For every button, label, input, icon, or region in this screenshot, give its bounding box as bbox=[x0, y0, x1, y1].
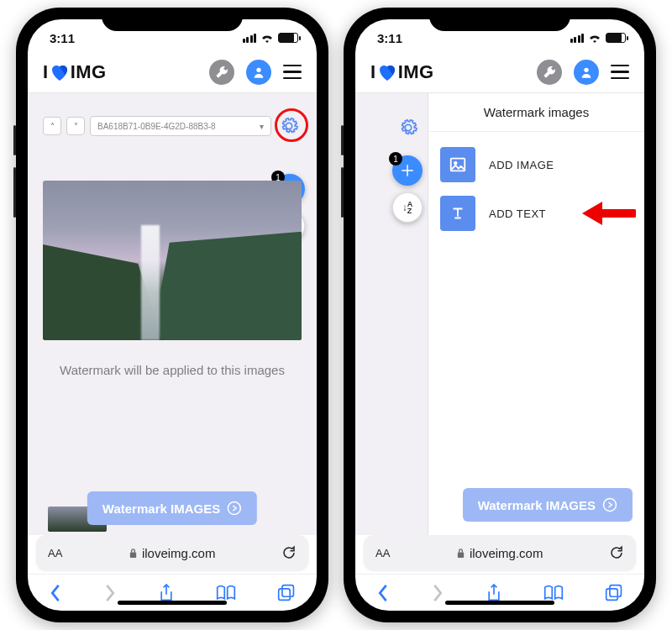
home-indicator[interactable] bbox=[118, 601, 227, 605]
svg-point-7 bbox=[454, 161, 457, 165]
url-bar[interactable]: AA iloveimg.com bbox=[364, 535, 636, 570]
add-image-option[interactable]: ADD IMAGE bbox=[440, 147, 633, 182]
settings-button[interactable] bbox=[396, 115, 421, 140]
user-icon bbox=[580, 66, 593, 79]
sort-button[interactable]: ↓AZ bbox=[392, 192, 423, 223]
watermark-panel: Watermark images ADD IMAGE ADD TEXT bbox=[428, 93, 644, 535]
signal-icon bbox=[570, 34, 585, 43]
menu-button[interactable] bbox=[283, 65, 302, 80]
svg-rect-11 bbox=[610, 585, 622, 596]
text-size-button[interactable]: AA bbox=[48, 547, 62, 559]
wifi-icon bbox=[260, 33, 274, 43]
forward-button[interactable] bbox=[431, 584, 444, 602]
content-right: 1 ↓AZ Watermark images ADD IMAGE bbox=[355, 93, 644, 535]
add-button[interactable]: 1 bbox=[392, 155, 423, 186]
header-actions bbox=[537, 60, 629, 85]
cta-label: Watermark IMAGES bbox=[478, 498, 596, 512]
image-preview[interactable] bbox=[43, 181, 302, 340]
add-badge: 1 bbox=[389, 152, 402, 165]
file-selector[interactable]: BA618B71-0B9E-4G2D-88B3-8 bbox=[90, 116, 271, 136]
logo-text-img: IMG bbox=[71, 61, 107, 83]
svg-rect-10 bbox=[606, 588, 618, 600]
panel-title: Watermark images bbox=[428, 93, 644, 132]
logo[interactable]: I IMG bbox=[370, 61, 434, 83]
panel-body: ADD IMAGE ADD TEXT bbox=[428, 132, 644, 246]
forward-button[interactable] bbox=[103, 584, 117, 602]
reload-icon bbox=[609, 545, 624, 560]
chevron-right-icon bbox=[103, 584, 117, 602]
status-time: 3:11 bbox=[377, 31, 402, 45]
share-icon bbox=[486, 583, 502, 603]
browser-tab-bar bbox=[355, 574, 644, 611]
bookmarks-button[interactable] bbox=[216, 585, 236, 601]
book-icon bbox=[543, 585, 564, 601]
back-button[interactable] bbox=[376, 584, 390, 602]
browser-tab-bar bbox=[28, 574, 317, 611]
watermark-cta-button[interactable]: Watermark IMAGES bbox=[87, 491, 257, 525]
user-icon bbox=[252, 66, 265, 79]
reload-button[interactable] bbox=[281, 545, 297, 560]
logo-text-img: IMG bbox=[398, 61, 434, 83]
option-icon-box bbox=[440, 196, 475, 231]
tools-button[interactable] bbox=[209, 60, 234, 85]
account-button[interactable] bbox=[574, 60, 599, 85]
lock-icon bbox=[129, 548, 138, 559]
plus-icon bbox=[400, 163, 415, 178]
chevron-right-icon bbox=[431, 584, 444, 602]
file-bar: ˄ ˅ BA618B71-0B9E-4G2D-88B3-8 bbox=[43, 113, 302, 139]
back-button[interactable] bbox=[49, 584, 62, 602]
account-button[interactable] bbox=[246, 60, 271, 85]
arrow-right-circle-icon bbox=[602, 497, 617, 512]
tabs-icon bbox=[277, 584, 296, 602]
url-domain: iloveimg.com bbox=[71, 546, 273, 560]
status-icons bbox=[243, 33, 299, 43]
status-icons bbox=[570, 33, 627, 43]
url-bar[interactable]: AA iloveimg.com bbox=[36, 535, 308, 570]
screen-left: 3:11 I IMG bbox=[28, 19, 317, 611]
heart-icon bbox=[50, 63, 70, 81]
text-size-button[interactable]: AA bbox=[375, 547, 390, 559]
tabs-button[interactable] bbox=[277, 584, 296, 602]
svg-point-5 bbox=[584, 67, 588, 71]
phone-left: 3:11 I IMG bbox=[16, 8, 328, 622]
settings-button[interactable] bbox=[276, 113, 302, 139]
notch bbox=[102, 8, 243, 31]
tabs-icon bbox=[605, 584, 623, 602]
chevron-left-icon bbox=[376, 584, 390, 602]
menu-button[interactable] bbox=[611, 65, 629, 80]
svg-rect-2 bbox=[130, 552, 136, 557]
battery-icon bbox=[606, 33, 626, 43]
watermark-cta-button[interactable]: Watermark IMAGES bbox=[463, 488, 633, 522]
header-actions bbox=[209, 60, 302, 85]
reload-button[interactable] bbox=[609, 545, 624, 560]
url-domain: iloveimg.com bbox=[398, 546, 601, 560]
annotation-arrow bbox=[577, 198, 636, 228]
chevron-left-icon bbox=[49, 584, 62, 602]
file-id-text: BA618B71-0B9E-4G2D-88B3-8 bbox=[97, 122, 216, 131]
svg-rect-3 bbox=[279, 588, 291, 600]
wrench-icon bbox=[215, 66, 228, 79]
text-icon bbox=[449, 204, 467, 223]
bookmarks-button[interactable] bbox=[543, 585, 564, 601]
svg-rect-4 bbox=[282, 585, 294, 596]
share-button[interactable] bbox=[486, 583, 502, 603]
status-time: 3:11 bbox=[50, 31, 75, 45]
gear-icon bbox=[280, 117, 298, 135]
home-indicator[interactable] bbox=[445, 601, 554, 605]
preview-shape bbox=[141, 225, 160, 340]
logo[interactable]: I IMG bbox=[43, 61, 107, 83]
add-text-option[interactable]: ADD TEXT bbox=[440, 196, 633, 231]
wifi-icon bbox=[588, 33, 601, 43]
image-icon bbox=[449, 155, 467, 174]
option-label: ADD TEXT bbox=[489, 207, 546, 220]
prev-button[interactable]: ˄ bbox=[43, 117, 61, 135]
cta-label: Watermark IMAGES bbox=[102, 501, 220, 516]
screen-right: 3:11 I IMG bbox=[355, 19, 644, 611]
svg-rect-9 bbox=[458, 552, 464, 557]
book-icon bbox=[216, 585, 236, 601]
next-button[interactable]: ˅ bbox=[66, 117, 85, 135]
tools-button[interactable] bbox=[537, 60, 562, 85]
tabs-button[interactable] bbox=[605, 584, 623, 602]
share-button[interactable] bbox=[158, 583, 175, 603]
app-header: I IMG bbox=[28, 51, 317, 93]
